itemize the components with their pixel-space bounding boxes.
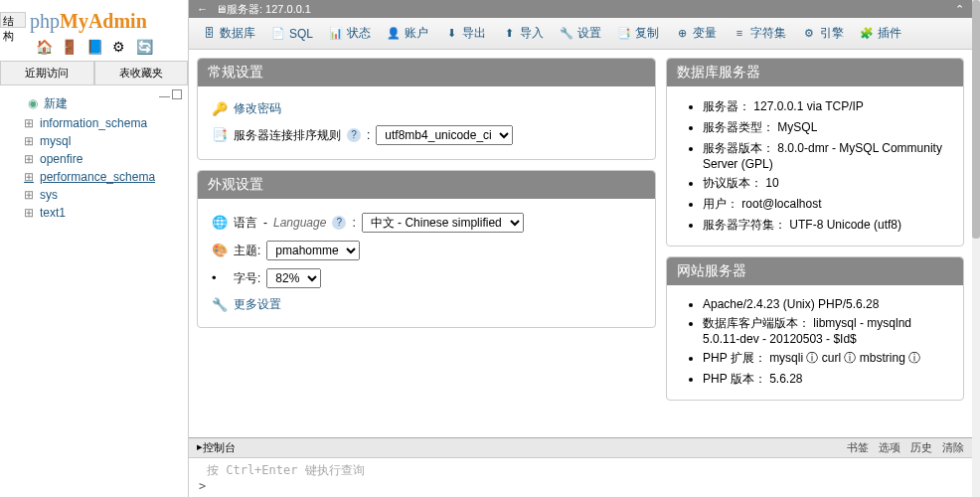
theme-select[interactable]: pmahomme bbox=[266, 241, 360, 260]
toolbar-设置[interactable]: 🔧设置 bbox=[553, 22, 608, 45]
toolbar-变量[interactable]: ⊕变量 bbox=[668, 22, 724, 45]
new-database[interactable]: 新建 bbox=[4, 93, 184, 114]
toolbar-导入[interactable]: ⬆导入 bbox=[495, 22, 551, 45]
toolbar-icon: 🔧 bbox=[560, 27, 573, 41]
minimize-icon[interactable]: ⌃ bbox=[955, 3, 964, 16]
info-item: 用户： root@localhost bbox=[703, 194, 949, 215]
toolbar-icon: 🧩 bbox=[860, 27, 874, 41]
toolbar-label: 导出 bbox=[462, 25, 486, 42]
toolbar-引擎[interactable]: ⚙引擎 bbox=[795, 22, 851, 45]
console-clear[interactable]: 清除 bbox=[942, 440, 964, 455]
db-item[interactable]: openfire bbox=[4, 150, 184, 168]
info-item: Apache/2.4.23 (Unix) PHP/5.6.28 bbox=[703, 295, 949, 313]
theme-icon: 🎨 bbox=[212, 243, 228, 258]
main-panel: ← 🖥 服务器: 127.0.0.1 ⌃ 🗄数据库📄SQL📊状态👤账户⬇导出⬆导… bbox=[189, 0, 972, 497]
collation-label: 服务器连接排序规则 bbox=[234, 127, 341, 144]
help-icon[interactable]: ? bbox=[347, 128, 361, 142]
panel-title: 常规设置 bbox=[198, 59, 655, 86]
toolbar-字符集[interactable]: ≡字符集 bbox=[726, 22, 793, 45]
language-italic: Language bbox=[273, 216, 326, 230]
database-server-panel: 数据库服务器 服务器： 127.0.0.1 via TCP/IP服务器类型： M… bbox=[666, 58, 964, 247]
toolbar-数据库[interactable]: 🗄数据库 bbox=[195, 22, 262, 45]
toolbar-icon: 👤 bbox=[387, 27, 401, 41]
change-password-link[interactable]: 修改密码 bbox=[234, 100, 281, 117]
toolbar-label: 导入 bbox=[520, 25, 544, 42]
theme-label: 主题: bbox=[234, 243, 260, 259]
back-arrow-icon[interactable]: ← bbox=[197, 3, 208, 15]
toolbar-账户[interactable]: 👤账户 bbox=[380, 22, 435, 45]
appearance-settings-panel: 外观设置 🌐 语言 - Language ? : 中文 - Chinese si… bbox=[197, 170, 656, 328]
language-select[interactable]: 中文 - Chinese simplified bbox=[362, 213, 524, 233]
toolbar-icon: 📑 bbox=[617, 27, 631, 41]
tab-recent[interactable]: 近期访问 bbox=[0, 61, 94, 84]
toolbar-label: 账户 bbox=[405, 25, 428, 42]
toolbar-label: 设置 bbox=[577, 25, 601, 42]
toolbar: 🗄数据库📄SQL📊状态👤账户⬇导出⬆导入🔧设置📑复制⊕变量≡字符集⚙引擎🧩插件 bbox=[189, 18, 972, 50]
toolbar-label: 状态 bbox=[347, 25, 371, 42]
toolbar-复制[interactable]: 📑复制 bbox=[610, 22, 666, 45]
language-label: 语言 bbox=[234, 215, 257, 232]
toolbar-label: 数据库 bbox=[220, 25, 255, 42]
collapse-icon[interactable]: — bbox=[159, 89, 170, 101]
bullet-icon: • bbox=[212, 270, 228, 286]
console-history[interactable]: 历史 bbox=[910, 440, 932, 455]
more-settings-link[interactable]: 更多设置 bbox=[234, 296, 281, 313]
fontsize-select[interactable]: 82% bbox=[266, 268, 321, 288]
server-label: 服务器: 127.0.0.1 bbox=[227, 2, 955, 17]
info-item: 服务器字符集： UTF-8 Unicode (utf8) bbox=[703, 215, 949, 236]
console-title: 控制台 bbox=[203, 440, 837, 455]
structure-tab[interactable]: 结构 bbox=[0, 12, 26, 28]
panel-title: 网站服务器 bbox=[667, 257, 963, 285]
db-item-selected[interactable]: performance_schema bbox=[4, 168, 184, 186]
tree-settings-icon[interactable] bbox=[172, 89, 182, 99]
home-icon[interactable]: 🏠 bbox=[36, 39, 52, 55]
quick-icons: 🏠 🚪 📘 ⚙ 🔄 bbox=[0, 37, 188, 61]
console-bookmarks[interactable]: 书签 bbox=[847, 440, 869, 455]
fontsize-label: 字号: bbox=[234, 270, 260, 287]
server-icon: 🖥 bbox=[216, 3, 227, 15]
db-item[interactable]: sys bbox=[4, 186, 184, 204]
collation-icon: 📑 bbox=[212, 127, 228, 143]
console-options[interactable]: 选项 bbox=[879, 440, 900, 455]
console: ▸ 控制台 书签 选项 历史 清除 按 Ctrl+Enter 键执行查询 > bbox=[189, 437, 972, 497]
info-item: 服务器： 127.0.0.1 via TCP/IP bbox=[703, 96, 949, 117]
db-item[interactable]: text1 bbox=[4, 204, 184, 222]
settings-icon[interactable]: ⚙ bbox=[111, 39, 127, 55]
info-item: PHP 版本： 5.6.28 bbox=[703, 369, 949, 390]
toolbar-状态[interactable]: 📊状态 bbox=[322, 22, 378, 45]
info-item: 数据库客户端版本： libmysql - mysqlnd 5.0.11-dev … bbox=[703, 313, 949, 348]
panel-title: 外观设置 bbox=[198, 171, 655, 199]
topbar: ← 🖥 服务器: 127.0.0.1 ⌃ bbox=[189, 0, 972, 18]
help-icon[interactable]: ? bbox=[332, 216, 346, 230]
toolbar-SQL[interactable]: 📄SQL bbox=[264, 22, 320, 45]
wrench-icon: 🔧 bbox=[212, 297, 228, 313]
toolbar-icon: 📊 bbox=[329, 27, 343, 41]
db-tree: — 新建 information_schema mysql openfire p… bbox=[0, 85, 188, 230]
collation-select[interactable]: utf8mb4_unicode_ci bbox=[376, 125, 513, 145]
toolbar-label: 复制 bbox=[635, 25, 659, 42]
docs-icon[interactable]: 📘 bbox=[86, 39, 102, 55]
logout-icon[interactable]: 🚪 bbox=[61, 39, 77, 55]
logo: phpMyAdmin bbox=[0, 0, 188, 37]
tab-favorites[interactable]: 表收藏夹 bbox=[94, 61, 189, 84]
info-item: 服务器类型： MySQL bbox=[703, 117, 949, 138]
toolbar-导出[interactable]: ⬇导出 bbox=[437, 22, 493, 45]
scrollbar[interactable] bbox=[972, 0, 980, 497]
console-prompt[interactable]: > bbox=[199, 479, 962, 493]
db-item[interactable]: information_schema bbox=[4, 114, 184, 132]
db-item[interactable]: mysql bbox=[4, 132, 184, 150]
toolbar-label: 字符集 bbox=[750, 25, 786, 42]
toolbar-icon: ⬇ bbox=[444, 27, 458, 41]
panel-title: 数据库服务器 bbox=[667, 59, 963, 86]
toolbar-插件[interactable]: 🧩插件 bbox=[853, 22, 908, 45]
general-settings-panel: 常规设置 🔑 修改密码 📑 服务器连接排序规则 ? : utf8mb4_unic… bbox=[197, 58, 656, 160]
info-item: 服务器版本： 8.0.0-dmr - MySQL Community Serve… bbox=[703, 138, 949, 173]
web-server-panel: 网站服务器 Apache/2.4.23 (Unix) PHP/5.6.28数据库… bbox=[666, 256, 964, 401]
toolbar-icon: ⊕ bbox=[675, 27, 689, 41]
toolbar-label: 引擎 bbox=[820, 25, 844, 42]
toolbar-label: SQL bbox=[289, 27, 313, 41]
navigation-panel: 结构 phpMyAdmin 🏠 🚪 📘 ⚙ 🔄 近期访问 表收藏夹 — 新建 i… bbox=[0, 0, 189, 497]
reload-icon[interactable]: 🔄 bbox=[136, 39, 152, 55]
toolbar-icon: 📄 bbox=[271, 27, 285, 41]
toolbar-icon: ≡ bbox=[733, 27, 746, 41]
